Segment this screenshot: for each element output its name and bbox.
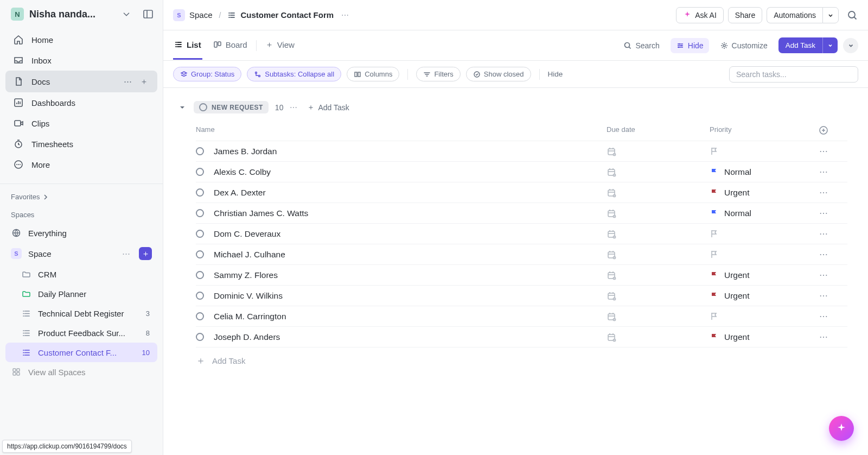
- col-name[interactable]: Name: [196, 125, 607, 135]
- col-priority[interactable]: Priority: [710, 125, 813, 135]
- table-row[interactable]: Dominic V. Wilkins Urgent ⋯: [196, 286, 847, 306]
- table-row[interactable]: Joseph D. Anders Urgent ⋯: [196, 327, 847, 347]
- viewbar-more[interactable]: [843, 38, 858, 53]
- task-due-cell[interactable]: [607, 312, 710, 321]
- space-add-button[interactable]: ＋: [139, 247, 152, 260]
- task-status-icon[interactable]: [196, 250, 204, 258]
- tree-everything[interactable]: Everything: [5, 223, 157, 243]
- task-priority-cell[interactable]: Urgent: [710, 188, 813, 198]
- table-row[interactable]: Alexis C. Colby Normal ⋯: [196, 162, 847, 182]
- task-row-more[interactable]: ⋯: [813, 312, 834, 321]
- docs-add-icon[interactable]: ＋: [138, 75, 150, 87]
- task-due-cell[interactable]: [607, 208, 710, 218]
- pill-columns[interactable]: Columns: [347, 67, 399, 81]
- task-search-wrap[interactable]: [729, 66, 858, 83]
- search-input[interactable]: [736, 70, 851, 79]
- pill-filters[interactable]: Filters: [416, 67, 460, 81]
- task-priority-cell[interactable]: [710, 312, 813, 321]
- task-row-more[interactable]: ⋯: [813, 332, 834, 342]
- ai-fab-button[interactable]: [829, 416, 854, 441]
- tree-view-all[interactable]: View all Spaces: [5, 362, 157, 382]
- task-row-more[interactable]: ⋯: [813, 208, 834, 218]
- group-add-task[interactable]: ＋Add Task: [307, 103, 349, 112]
- task-status-icon[interactable]: [196, 168, 204, 176]
- viewbar-customize[interactable]: Customize: [714, 38, 773, 53]
- task-status-icon[interactable]: [196, 312, 204, 320]
- task-name[interactable]: Joseph D. Anders: [214, 332, 607, 342]
- collapse-icon[interactable]: [177, 103, 187, 112]
- pill-subtasks[interactable]: Subtasks: Collapse all: [247, 67, 341, 81]
- task-status-icon[interactable]: [196, 292, 204, 300]
- ask-ai-button[interactable]: Ask AI: [676, 7, 724, 23]
- task-due-cell[interactable]: [607, 147, 710, 156]
- nav-inbox[interactable]: Inbox: [5, 50, 157, 71]
- task-row-more[interactable]: ⋯: [813, 291, 834, 301]
- group-status-pill[interactable]: NEW REQUEST: [194, 101, 269, 113]
- task-name[interactable]: James B. Jordan: [214, 147, 607, 156]
- nav-timesheets[interactable]: Timesheets: [5, 134, 157, 154]
- task-status-icon[interactable]: [196, 271, 204, 279]
- table-row[interactable]: James B. Jordan ⋯: [196, 141, 847, 162]
- docs-more-icon[interactable]: ⋯: [122, 75, 133, 87]
- task-status-icon[interactable]: [196, 230, 204, 238]
- table-row[interactable]: Sammy Z. Flores Urgent ⋯: [196, 265, 847, 286]
- nav-docs[interactable]: Docs⋯＋: [5, 71, 157, 92]
- task-due-cell[interactable]: [607, 229, 710, 239]
- nav-clips[interactable]: Clips: [5, 113, 157, 134]
- task-name[interactable]: Alexis C. Colby: [214, 167, 607, 177]
- tab-list[interactable]: List: [173, 40, 202, 60]
- task-row-more[interactable]: ⋯: [813, 250, 834, 260]
- pill-show-closed[interactable]: Show closed: [466, 67, 531, 81]
- space-more-icon[interactable]: ⋯: [122, 249, 130, 258]
- group-more-icon[interactable]: ⋯: [290, 103, 297, 112]
- nav-more[interactable]: More: [5, 154, 157, 175]
- task-name[interactable]: Dominic V. Wilkins: [214, 291, 607, 301]
- task-due-cell[interactable]: [607, 270, 710, 280]
- task-name[interactable]: Michael J. Culhane: [214, 250, 607, 260]
- workspace-switcher[interactable]: N Nisha nanda...: [0, 0, 163, 28]
- task-priority-cell[interactable]: Urgent: [710, 291, 813, 301]
- add-task-row[interactable]: ＋ Add Task: [196, 347, 847, 374]
- task-due-cell[interactable]: [607, 332, 710, 342]
- breadcrumb-more-icon[interactable]: ⋯: [341, 11, 349, 20]
- task-priority-cell[interactable]: Normal: [710, 208, 813, 218]
- task-priority-cell[interactable]: Urgent: [710, 332, 813, 342]
- task-due-cell[interactable]: [607, 188, 710, 198]
- task-row-more[interactable]: ⋯: [813, 147, 834, 156]
- task-due-cell[interactable]: [607, 291, 710, 301]
- sidebar-list-item[interactable]: CRM: [5, 264, 157, 284]
- task-status-icon[interactable]: [196, 209, 204, 217]
- task-name[interactable]: Sammy Z. Flores: [214, 270, 607, 280]
- nav-home[interactable]: Home: [5, 29, 157, 50]
- table-row[interactable]: Christian James C. Watts Normal ⋯: [196, 203, 847, 224]
- task-status-icon[interactable]: [196, 188, 204, 197]
- table-row[interactable]: Celia M. Carrington ⋯: [196, 306, 847, 327]
- sidebar-list-item[interactable]: Product Feedback Sur...8: [5, 323, 157, 343]
- task-name[interactable]: Dex A. Dexter: [214, 188, 607, 198]
- table-row[interactable]: Dom C. Deveraux ⋯: [196, 224, 847, 244]
- favorites-header[interactable]: Favorites: [0, 187, 163, 205]
- viewbar-hide[interactable]: Hide: [671, 38, 709, 53]
- nav-dashboards[interactable]: Dashboards: [5, 92, 157, 113]
- search-icon[interactable]: [846, 9, 858, 21]
- tab-board[interactable]: Board: [212, 40, 248, 60]
- breadcrumb-list[interactable]: Customer Contact Form: [227, 10, 334, 20]
- task-name[interactable]: Christian James C. Watts: [214, 208, 607, 218]
- add-task-dropdown[interactable]: [822, 37, 838, 53]
- tab-add-view[interactable]: ＋View: [264, 40, 296, 60]
- task-due-cell[interactable]: [607, 167, 710, 177]
- task-row-more[interactable]: ⋯: [813, 167, 834, 177]
- automations-button[interactable]: Automations: [767, 7, 822, 23]
- task-status-icon[interactable]: [196, 333, 204, 341]
- table-row[interactable]: Michael J. Culhane ⋯: [196, 244, 847, 265]
- task-name[interactable]: Dom C. Deveraux: [214, 229, 607, 239]
- automations-dropdown[interactable]: [822, 7, 839, 23]
- col-due[interactable]: Due date: [607, 125, 710, 135]
- breadcrumb-space-badge[interactable]: S: [173, 9, 185, 21]
- breadcrumb-space[interactable]: Space: [189, 10, 213, 20]
- filterbar-hide[interactable]: Hide: [548, 70, 563, 78]
- task-status-icon[interactable]: [196, 147, 204, 155]
- task-priority-cell[interactable]: [710, 147, 813, 156]
- task-priority-cell[interactable]: [710, 250, 813, 259]
- panel-toggle-icon[interactable]: [142, 8, 154, 20]
